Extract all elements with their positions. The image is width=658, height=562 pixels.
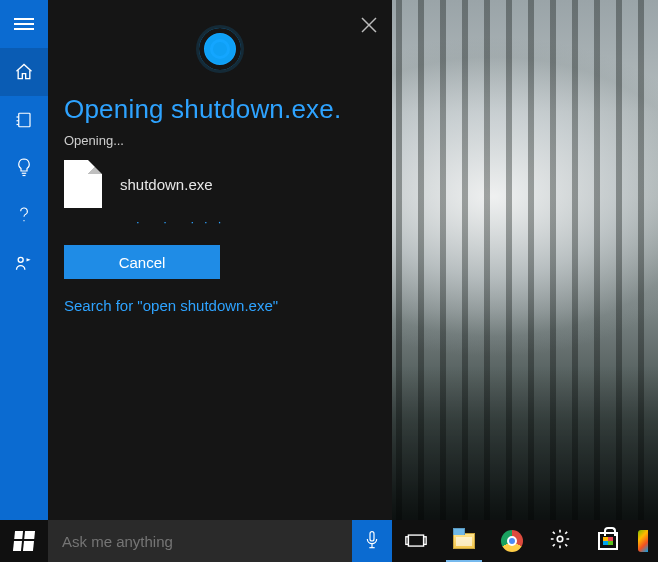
file-explorer-button[interactable] [440,520,488,562]
close-icon [360,16,378,34]
help-button[interactable] [0,192,48,240]
settings-button[interactable] [536,520,584,562]
cortana-mic-button[interactable] [352,520,392,562]
taskbar [0,520,658,562]
home-icon [14,62,34,82]
cortana-heading: Opening shutdown.exe. [48,70,392,133]
cortana-panel: Opening shutdown.exe. Opening... shutdow… [48,0,392,520]
file-icon [64,160,102,208]
svg-point-16 [557,536,563,542]
search-web-link[interactable]: Search for "open shutdown.exe" [48,293,392,318]
file-name-label: shutdown.exe [120,176,213,193]
cancel-button[interactable]: Cancel [64,245,220,279]
svg-point-7 [18,257,23,262]
start-button[interactable] [0,520,48,562]
menu-button[interactable] [0,0,48,48]
svg-rect-13 [408,535,423,546]
notebook-icon [15,110,33,130]
close-button[interactable] [360,16,378,38]
feedback-icon [14,254,34,274]
svg-rect-10 [370,532,374,541]
partial-app-icon [638,530,648,552]
task-view-icon [405,532,427,550]
opening-status: Opening... [48,133,392,154]
home-button[interactable] [0,48,48,96]
svg-rect-0 [19,113,30,127]
cortana-rail [0,0,48,520]
svg-rect-14 [406,537,409,545]
chrome-button[interactable] [488,520,536,562]
file-row: shutdown.exe [48,154,392,212]
task-view-button[interactable] [392,520,440,562]
tips-button[interactable] [0,144,48,192]
help-icon [16,205,32,227]
gear-icon [549,528,571,554]
partial-app-button[interactable] [632,520,652,562]
search-input[interactable] [62,533,338,550]
svg-rect-15 [424,537,427,545]
feedback-button[interactable] [0,240,48,288]
lightbulb-icon [15,157,33,179]
menu-icon [14,15,34,33]
microphone-icon [364,530,380,552]
store-icon [598,532,618,550]
progress-indicator: · · ··· [48,212,392,239]
taskbar-icons [392,520,652,562]
cortana-search-box[interactable] [48,520,352,562]
file-explorer-icon [453,533,475,549]
store-button[interactable] [584,520,632,562]
chrome-icon [501,530,523,552]
svg-point-6 [23,220,24,221]
notebook-button[interactable] [0,96,48,144]
windows-logo-icon [13,531,35,551]
cortana-logo-icon [199,28,241,70]
